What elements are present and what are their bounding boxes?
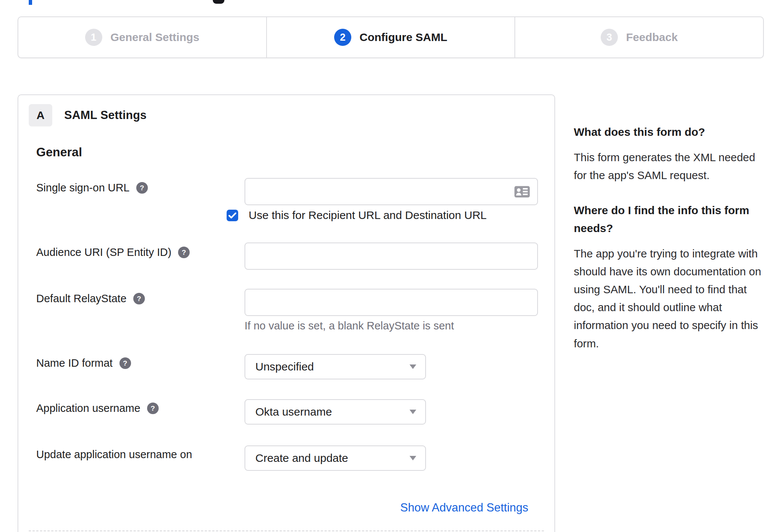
help-icon[interactable]: ? bbox=[119, 357, 131, 369]
app-username-select[interactable]: Okta username bbox=[245, 399, 426, 425]
help-icon[interactable]: ? bbox=[178, 247, 190, 258]
step-configure-saml[interactable]: 2 Configure SAML bbox=[266, 17, 515, 57]
step-number-badge: 2 bbox=[334, 29, 351, 46]
general-subheading: General bbox=[36, 145, 82, 159]
check-icon bbox=[228, 212, 236, 219]
step-number-badge: 3 bbox=[601, 29, 618, 46]
step-number-badge: 1 bbox=[85, 29, 102, 46]
sso-url-label: Single sign-on URL ? bbox=[36, 182, 148, 194]
relay-state-label: Default RelayState ? bbox=[36, 292, 145, 305]
section-title: SAML Settings bbox=[64, 109, 147, 122]
help-q1-heading: What does this form do? bbox=[574, 123, 768, 141]
step-label: Configure SAML bbox=[360, 31, 447, 44]
sso-url-label-text: Single sign-on URL bbox=[36, 182, 130, 194]
relay-state-input[interactable] bbox=[245, 289, 538, 316]
chevron-down-icon bbox=[410, 364, 416, 369]
chevron-down-icon bbox=[410, 410, 416, 414]
help-icon[interactable]: ? bbox=[136, 182, 148, 194]
contact-card-icon bbox=[514, 186, 530, 197]
cutoff-blue-mark bbox=[29, 0, 32, 5]
name-id-format-value: Unspecified bbox=[255, 360, 314, 373]
recipient-url-checkbox-row: Use this for Recipient URL and Destinati… bbox=[227, 209, 487, 222]
help-sidebar: What does this form do? This form genera… bbox=[574, 123, 768, 370]
name-id-format-select[interactable]: Unspecified bbox=[245, 354, 426, 379]
update-username-value: Create and update bbox=[255, 452, 348, 464]
section-divider bbox=[29, 531, 544, 531]
audience-uri-label: Audience URI (SP Entity ID) ? bbox=[36, 246, 190, 259]
section-a-badge: A bbox=[29, 104, 52, 126]
help-q2-body: The app you're trying to integrate with … bbox=[574, 245, 768, 352]
name-id-format-label: Name ID format ? bbox=[36, 357, 131, 369]
wizard-stepper: 1 General Settings 2 Configure SAML 3 Fe… bbox=[18, 16, 764, 58]
update-username-select[interactable]: Create and update bbox=[245, 445, 426, 471]
name-id-format-label-text: Name ID format bbox=[36, 357, 113, 369]
step-label: Feedback bbox=[626, 31, 678, 44]
update-username-label: Update application username on bbox=[36, 448, 192, 461]
step-general-settings[interactable]: 1 General Settings bbox=[18, 17, 266, 57]
help-q1-body: This form generates the XML needed for t… bbox=[574, 148, 768, 184]
recipient-url-checkbox-label[interactable]: Use this for Recipient URL and Destinati… bbox=[249, 209, 487, 222]
recipient-url-checkbox[interactable] bbox=[227, 210, 238, 221]
help-icon[interactable]: ? bbox=[133, 293, 145, 304]
app-username-label-text: Application username bbox=[36, 402, 140, 414]
saml-settings-panel: A SAML Settings General Single sign-on U… bbox=[18, 94, 555, 532]
app-username-label: Application username ? bbox=[36, 402, 159, 414]
chevron-down-icon bbox=[410, 456, 416, 460]
app-username-value: Okta username bbox=[255, 406, 332, 418]
relay-state-label-text: Default RelayState bbox=[36, 292, 127, 305]
step-feedback[interactable]: 3 Feedback bbox=[514, 17, 763, 57]
audience-uri-input[interactable] bbox=[245, 242, 538, 270]
update-username-label-text: Update application username on bbox=[36, 448, 192, 461]
audience-uri-label-text: Audience URI (SP Entity ID) bbox=[36, 246, 171, 259]
sso-url-input-wrap bbox=[245, 178, 538, 205]
help-q2-heading: Where do I find the info this form needs… bbox=[574, 201, 768, 237]
step-label: General Settings bbox=[111, 31, 199, 44]
sso-url-input[interactable] bbox=[245, 178, 538, 205]
cutoff-dark-icon bbox=[213, 0, 224, 4]
help-icon[interactable]: ? bbox=[147, 403, 159, 414]
relay-state-hint: If no value is set, a blank RelayState i… bbox=[245, 320, 454, 332]
show-advanced-settings-link[interactable]: Show Advanced Settings bbox=[400, 501, 528, 514]
panel-header: A SAML Settings bbox=[29, 104, 147, 126]
